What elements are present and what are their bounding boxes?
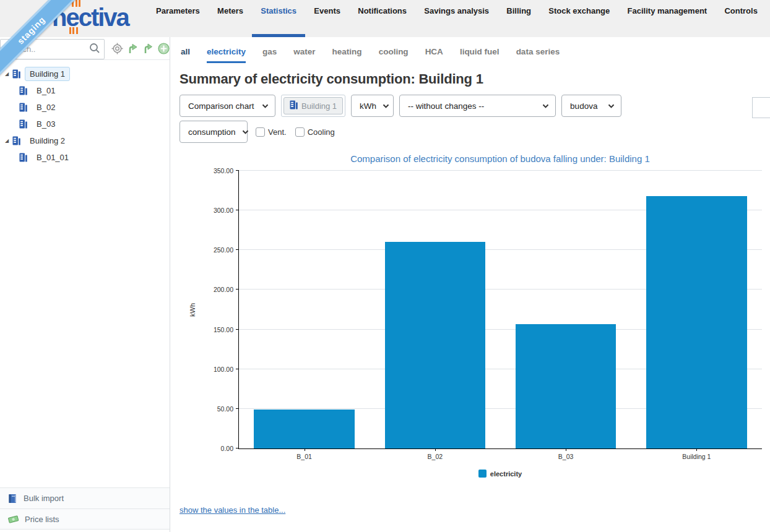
page-title: Summary of electricity consumption: Buil…	[180, 71, 770, 87]
checkbox-label: Cooling	[308, 127, 335, 137]
tree-expander-icon[interactable]: ◢	[3, 71, 11, 77]
bar-building-1[interactable]	[646, 196, 747, 448]
controls-row-1: Comparison chart Building 1 kWh -- witho…	[180, 95, 770, 117]
legend-label: electricity	[490, 470, 522, 478]
tree-item-label: Building 2	[25, 134, 70, 148]
nav-item-facility-management[interactable]: Facility management	[628, 6, 707, 15]
metric-select[interactable]: consumption	[180, 121, 248, 143]
nav-item-notifications[interactable]: Notifications	[358, 6, 407, 15]
level-select-value: budova	[570, 101, 597, 111]
tab-all[interactable]: all	[181, 47, 190, 63]
building-tree: ◢Building 1B_01B_02B_03◢Building 2B_01_0…	[0, 60, 170, 166]
flow-up-arrow-icon[interactable]	[142, 42, 154, 54]
building-icon	[12, 136, 20, 145]
chart-title: Comparison of electricity consumption of…	[238, 153, 762, 164]
tab-data-series[interactable]: data series	[516, 47, 560, 63]
tab-cooling[interactable]: cooling	[379, 47, 409, 63]
add-icon[interactable]	[157, 42, 170, 54]
option-checkboxes: Vent.Cooling	[256, 127, 335, 137]
tree-item-label: B_01_01	[32, 150, 74, 165]
tab-electricity[interactable]: electricity	[207, 47, 246, 63]
y-tick-label: 250.00	[214, 246, 239, 254]
checkbox-cooling[interactable]: Cooling	[295, 127, 335, 137]
book-icon	[8, 494, 17, 504]
search-icon[interactable]	[89, 43, 102, 55]
tab-liquid-fuel[interactable]: liquid fuel	[460, 47, 500, 63]
x-tick-mark	[566, 448, 566, 451]
tab-water[interactable]: water	[293, 47, 315, 63]
controls-row-2: consumption Vent.Cooling	[180, 121, 770, 143]
chart-type-select[interactable]: Comparison chart	[180, 95, 275, 117]
x-axis-label-b_02: B_02	[428, 453, 443, 460]
tab-hca[interactable]: HCA	[425, 47, 443, 63]
y-tick-label: 100.00	[214, 366, 239, 373]
x-tick-mark	[696, 448, 697, 451]
gridline	[239, 170, 762, 171]
money-icon	[8, 514, 19, 524]
sidebar-toolbar	[111, 42, 170, 54]
tree-expander-icon[interactable]: ◢	[3, 138, 11, 144]
level-select[interactable]: budova	[561, 95, 621, 117]
changes-select[interactable]: -- without changes --	[399, 95, 556, 117]
tree-item-label: Building 1	[25, 67, 70, 81]
tab-gas[interactable]: gas	[262, 47, 277, 63]
nav-item-controls[interactable]: Controls	[724, 6, 757, 15]
nav-item-billing[interactable]: Billing	[506, 6, 531, 15]
y-tick-label: 0.00	[221, 445, 239, 452]
cropped-right-input[interactable]	[752, 97, 770, 118]
tree-item-label: B_01	[32, 84, 60, 98]
bar-b_01[interactable]	[254, 410, 355, 448]
main-content: allelectricitygaswaterheatingcoolingHCAl…	[171, 37, 770, 532]
y-axis-label: kWh	[188, 171, 197, 448]
legend-swatch	[478, 470, 487, 478]
tab-heating[interactable]: heating	[332, 47, 362, 63]
y-tick-label: 300.00	[214, 207, 239, 214]
tree-item-b_01_01[interactable]: B_01_01	[0, 149, 170, 166]
nav-item-statistics[interactable]: Statistics	[261, 6, 296, 15]
show-values-table-link[interactable]: show the values in the table...	[180, 505, 285, 515]
tree-item-b_01[interactable]: B_01	[0, 82, 170, 99]
chart-plot: kWh 0.0050.00100.00150.00200.00250.00300…	[238, 171, 762, 449]
chevron-down-icon	[383, 104, 389, 108]
x-tick-mark	[435, 448, 436, 451]
checkbox-vent[interactable]: Vent.	[256, 127, 287, 137]
nav-item-events[interactable]: Events	[314, 6, 340, 15]
x-axis-label-b_01: B_01	[296, 453, 312, 460]
nav-item-parameters[interactable]: Parameters	[156, 6, 200, 15]
sidebar-item-price-lists[interactable]: Price lists	[0, 508, 170, 530]
checkbox-label: Vent.	[268, 127, 287, 137]
tree-item-building-1[interactable]: ◢Building 1	[0, 66, 170, 82]
x-tick-mark	[305, 448, 305, 451]
building-icon	[19, 103, 27, 112]
y-tick-label: 150.00	[214, 326, 239, 333]
unit-select-value: kWh	[360, 101, 376, 111]
sidebar-footer: Bulk importPrice lists	[0, 487, 170, 530]
building-icon	[19, 153, 27, 162]
nav-item-stock-exchange[interactable]: Stock exchange	[548, 6, 610, 15]
chart-legend[interactable]: electricity	[238, 470, 762, 478]
chevron-down-icon	[242, 130, 249, 134]
checkbox-box[interactable]	[295, 127, 305, 137]
chevron-down-icon	[608, 104, 615, 108]
bar-b_02[interactable]	[385, 242, 486, 448]
unit-select[interactable]: kWh	[351, 95, 394, 117]
sidebar-item-bulk-import[interactable]: Bulk import	[0, 487, 170, 508]
chevron-down-icon	[542, 104, 549, 108]
nav-item-savings-analysis[interactable]: Savings analysis	[424, 6, 489, 15]
checkbox-box[interactable]	[256, 127, 265, 137]
tree-item-label: B_02	[32, 100, 60, 114]
tree-item-b_03[interactable]: B_03	[0, 116, 170, 132]
scope-chip-building-1[interactable]: Building 1	[283, 97, 343, 114]
tree-item-b_02[interactable]: B_02	[0, 99, 170, 116]
sidebar-item-label: Price lists	[25, 515, 59, 524]
top-navigation: ParametersMetersStatisticsEventsNotifica…	[156, 6, 758, 15]
sidebar-item-label: Bulk import	[24, 494, 64, 503]
nav-item-meters[interactable]: Meters	[217, 6, 243, 15]
bar-b_03[interactable]	[516, 324, 616, 448]
tree-item-building-2[interactable]: ◢Building 2	[0, 132, 170, 149]
building-icon	[12, 69, 20, 79]
metric-select-value: consumption	[188, 127, 236, 137]
target-icon[interactable]	[111, 42, 123, 54]
flow-arrow-icon[interactable]	[126, 42, 139, 54]
scope-input[interactable]: Building 1	[281, 95, 345, 117]
